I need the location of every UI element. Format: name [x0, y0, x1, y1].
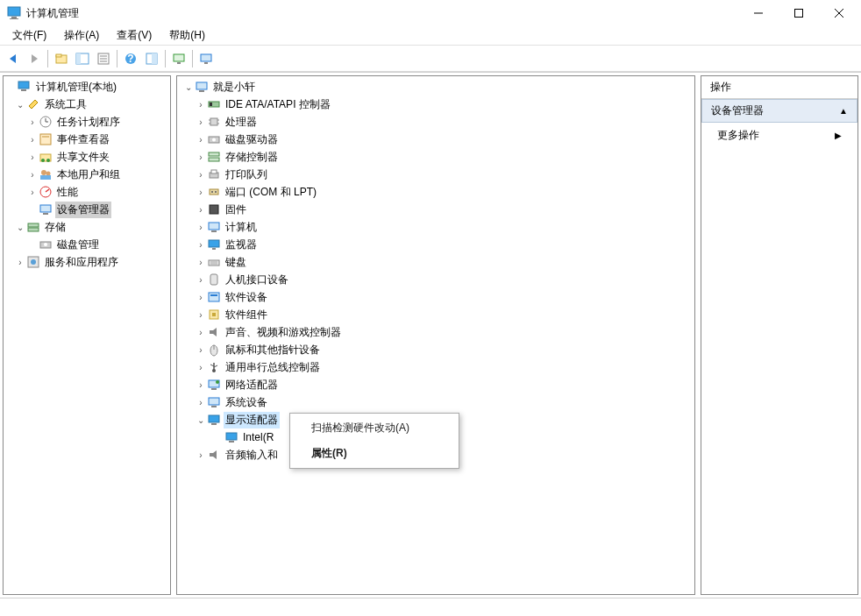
device-icon: [207, 273, 221, 287]
device-tree-pane[interactable]: ⌄就是小轩›IDE ATA/ATAPI 控制器›处理器›磁盘驱动器›存储控制器›…: [176, 75, 695, 595]
chevron-right-icon[interactable]: ›: [195, 275, 207, 285]
chevron-right-icon[interactable]: ›: [195, 328, 207, 337]
device-category[interactable]: ›处理器: [177, 113, 694, 131]
tree-event-viewer[interactable]: › 事件查看器: [4, 131, 170, 148]
chevron-right-icon[interactable]: ›: [26, 117, 39, 127]
device-label: 处理器: [224, 114, 259, 131]
device-icon: [207, 325, 221, 339]
svg-rect-26: [21, 89, 26, 91]
chevron-right-icon[interactable]: ›: [195, 188, 207, 197]
scan-hardware-button[interactable]: [169, 49, 189, 68]
device-category[interactable]: ›IDE ATA/ATAPI 控制器: [177, 96, 694, 113]
svg-rect-66: [210, 205, 218, 214]
menu-view[interactable]: 查看(V): [110, 26, 159, 45]
chevron-down-icon[interactable]: ⌄: [14, 100, 26, 110]
chevron-down-icon[interactable]: ⌄: [195, 415, 207, 425]
chevron-right-icon[interactable]: ›: [195, 345, 207, 355]
minimize-button[interactable]: [738, 0, 779, 26]
chevron-right-icon[interactable]: ›: [195, 117, 207, 127]
menu-help[interactable]: 帮助(H): [162, 26, 212, 45]
device-category[interactable]: ›端口 (COM 和 LPT): [177, 183, 694, 201]
chevron-right-icon[interactable]: ›: [195, 152, 207, 162]
chevron-down-icon[interactable]: ⌄: [182, 82, 195, 92]
actions-more[interactable]: 更多操作 ▶: [701, 123, 857, 148]
device-category[interactable]: ›键盘: [177, 253, 694, 271]
chevron-right-icon[interactable]: ›: [14, 258, 26, 267]
device-category[interactable]: ›固件: [177, 201, 694, 218]
tree-system-tools[interactable]: ⌄ 系统工具: [4, 96, 170, 113]
device-root[interactable]: ⌄就是小轩: [177, 78, 694, 96]
svg-rect-48: [196, 82, 207, 89]
svg-rect-74: [210, 274, 217, 285]
chevron-right-icon[interactable]: ›: [26, 188, 39, 197]
device-icon: [207, 395, 221, 409]
tree-device-manager[interactable]: 设备管理器: [4, 201, 170, 218]
tree-local-users[interactable]: › 本地用户和组: [4, 166, 170, 183]
device-category[interactable]: ›鼠标和其他指针设备: [177, 341, 694, 358]
svg-rect-68: [211, 230, 217, 232]
refresh-button[interactable]: [142, 49, 161, 68]
chevron-right-icon[interactable]: ›: [195, 258, 207, 267]
chevron-right-icon[interactable]: ›: [195, 398, 207, 407]
chevron-right-icon[interactable]: ›: [195, 205, 207, 215]
chevron-right-icon[interactable]: ›: [26, 135, 39, 145]
chevron-right-icon[interactable]: ›: [195, 363, 207, 372]
chevron-right-icon[interactable]: ›: [195, 135, 207, 145]
monitor-button[interactable]: [196, 49, 216, 68]
svg-point-35: [41, 170, 46, 175]
chevron-down-icon[interactable]: ⌄: [14, 223, 26, 232]
device-category[interactable]: ›监视器: [177, 236, 694, 253]
svg-rect-51: [210, 103, 212, 106]
chevron-right-icon[interactable]: ›: [195, 240, 207, 250]
tree-services-apps[interactable]: › 服务和应用程序: [4, 253, 170, 271]
chevron-right-icon[interactable]: ›: [195, 100, 207, 110]
left-tree-pane[interactable]: 计算机管理(本地) ⌄ 系统工具 › 任务计划程序 › 事件查看器 › 共享文件…: [3, 75, 171, 595]
tree-root-computer-mgmt[interactable]: 计算机管理(本地): [4, 78, 170, 96]
context-properties[interactable]: 属性(R): [292, 441, 457, 466]
help-button[interactable]: ?: [121, 49, 140, 68]
properties-button[interactable]: [94, 49, 113, 68]
menu-file[interactable]: 文件(F): [5, 26, 53, 45]
context-scan-hardware[interactable]: 扫描检测硬件改动(A): [292, 415, 457, 441]
device-category[interactable]: ›磁盘驱动器: [177, 131, 694, 148]
device-category[interactable]: ›人机接口设备: [177, 271, 694, 288]
tree-label: 本地用户和组: [55, 166, 122, 183]
chevron-right-icon[interactable]: ›: [195, 310, 207, 320]
tree-storage[interactable]: ⌄ 存储: [4, 218, 170, 236]
chevron-right-icon[interactable]: ›: [195, 223, 207, 232]
tree-task-scheduler[interactable]: › 任务计划程序: [4, 113, 170, 131]
device-category[interactable]: ›打印队列: [177, 166, 694, 183]
chevron-right-icon[interactable]: ›: [26, 152, 39, 162]
svg-rect-78: [212, 313, 216, 316]
chevron-up-icon[interactable]: ▲: [839, 106, 848, 116]
device-category[interactable]: ›声音、视频和游戏控制器: [177, 323, 694, 341]
chevron-right-icon[interactable]: ›: [26, 170, 39, 180]
chevron-right-icon[interactable]: ›: [195, 450, 207, 460]
chevron-right-icon[interactable]: ›: [195, 293, 207, 302]
menu-action[interactable]: 操作(A): [57, 26, 106, 45]
actions-category[interactable]: 设备管理器 ▲: [701, 99, 857, 123]
device-category[interactable]: ›网络适配器: [177, 376, 694, 393]
device-category[interactable]: ›软件设备: [177, 288, 694, 306]
close-button[interactable]: [819, 0, 859, 26]
chevron-right-icon[interactable]: ›: [195, 170, 207, 180]
device-category[interactable]: ›软件组件: [177, 306, 694, 323]
device-label: 监视器: [224, 237, 259, 253]
device-icon: [207, 97, 221, 111]
show-hide-tree-button[interactable]: [73, 49, 92, 68]
back-button[interactable]: [4, 49, 23, 68]
chevron-right-icon[interactable]: ›: [195, 380, 207, 390]
maximize-button[interactable]: [779, 0, 819, 26]
device-category[interactable]: ›通用串行总线控制器: [177, 358, 694, 376]
device-category[interactable]: ›计算机: [177, 218, 694, 236]
device-category[interactable]: ›存储控制器: [177, 148, 694, 166]
tree-disk-management[interactable]: 磁盘管理: [4, 236, 170, 253]
device-category[interactable]: ›系统设备: [177, 393, 694, 411]
tree-performance[interactable]: › 性能: [4, 183, 170, 201]
tree-shared-folders[interactable]: › 共享文件夹: [4, 148, 170, 166]
device-icon: [207, 185, 221, 199]
up-button[interactable]: [52, 49, 71, 68]
device-label: 系统设备: [224, 394, 269, 411]
forward-button[interactable]: [25, 49, 44, 68]
context-menu[interactable]: 扫描检测硬件改动(A) 属性(R): [289, 413, 459, 469]
